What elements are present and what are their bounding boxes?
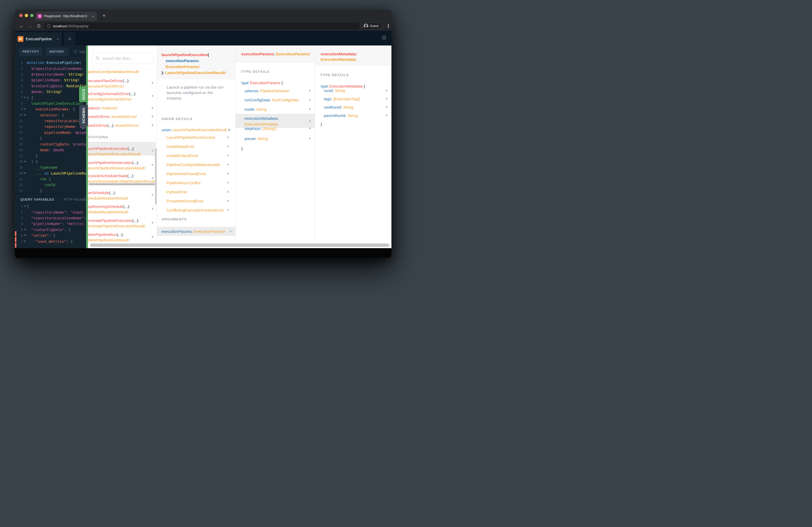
- docs-item-result-type[interactable]: ScheduleMutationResult!: [88, 209, 129, 215]
- expand-arrow-icon[interactable]: [386, 89, 388, 92]
- expand-arrow-icon[interactable]: [309, 137, 311, 140]
- expand-arrow-icon[interactable]: [152, 164, 154, 166]
- docs-item[interactable]: assetOrError(...): AssetOrError!: [88, 123, 139, 128]
- expand-arrow-icon[interactable]: [227, 154, 229, 157]
- docs-item[interactable]: reconcileSchedulerState(...):: [88, 173, 134, 179]
- type-field[interactable]: runConfigData: RunConfigData: [245, 97, 299, 103]
- fold-arrow-icon[interactable]: [24, 241, 26, 242]
- profile-button[interactable]: Guest: [362, 22, 381, 29]
- expand-arrow-icon[interactable]: [152, 81, 154, 84]
- browser-tab[interactable]: Playground - http://localhost:3 ×: [35, 12, 97, 21]
- union-member[interactable]: ConflictingExecutionParamsError: [166, 208, 224, 213]
- schema-tab[interactable]: SCHEMA: [79, 105, 88, 126]
- docs-item-result-type[interactable]: ExecutionPlanOrError!: [88, 84, 124, 89]
- playground-tab-close-icon[interactable]: ×: [57, 37, 59, 41]
- expand-arrow-icon[interactable]: [386, 97, 388, 100]
- type-field[interactable]: mode: String: [245, 107, 266, 112]
- docs-item-result-type[interactable]: LaunchPipelineExecutionResult!: [88, 151, 141, 157]
- expand-arrow-icon[interactable]: [227, 136, 229, 138]
- address-bar[interactable]: i localhost:3333/graphql: [44, 22, 360, 29]
- type-field[interactable]: parentRunId: String: [324, 113, 358, 118]
- minimize-window-icon[interactable]: [25, 14, 28, 17]
- expand-arrow-icon[interactable]: [309, 89, 311, 92]
- browser-tab-close-icon[interactable]: ×: [91, 14, 95, 18]
- fold-arrow-icon[interactable]: [24, 235, 26, 236]
- expand-arrow-icon[interactable]: [152, 222, 154, 224]
- playground-new-tab-button[interactable]: +: [64, 32, 75, 45]
- col1-horizontal-scrollbar[interactable]: [88, 183, 155, 185]
- endpoint-input[interactable]: http://loc: [71, 48, 86, 56]
- docs-item[interactable]: runConfigSchemaOrError(...):: [88, 91, 136, 96]
- expand-arrow-icon[interactable]: [227, 145, 229, 148]
- forward-icon[interactable]: →: [27, 23, 33, 29]
- browser-menu-icon[interactable]: [386, 23, 390, 29]
- union-member[interactable]: PresetNotFoundError: [166, 198, 204, 204]
- docs-item[interactable]: executionPlanOrError(...):: [88, 78, 130, 84]
- expand-arrow-icon[interactable]: [230, 230, 232, 232]
- expand-arrow-icon[interactable]: [309, 99, 311, 101]
- type-field[interactable]: executionMetadata:: [245, 116, 278, 121]
- docs-item-result-type[interactable]: ScheduleMutationResult!: [88, 196, 129, 201]
- fold-arrow-icon[interactable]: [24, 97, 26, 99]
- union-member[interactable]: PipelineNotFoundError: [166, 171, 206, 177]
- expand-arrow-icon[interactable]: [152, 177, 154, 179]
- docs-item[interactable]: deletePipelineRun(...):: [88, 232, 124, 237]
- history-button[interactable]: HISTORY: [45, 48, 68, 56]
- variables-editor[interactable]: 1{2 "repositoryName": "exper3 "repositor…: [15, 204, 86, 244]
- expand-arrow-icon[interactable]: [309, 127, 311, 130]
- argument-row[interactable]: executionParams: ExecutionParams!: [161, 229, 226, 234]
- expand-arrow-icon[interactable]: [227, 181, 229, 184]
- back-icon[interactable]: ←: [18, 23, 25, 29]
- expand-arrow-icon[interactable]: [227, 199, 229, 202]
- union-member[interactable]: InvalidOutputError: [166, 153, 198, 158]
- expand-arrow-icon[interactable]: [152, 107, 154, 109]
- docs-item[interactable]: PipelineConfigValidationResult!: [88, 69, 139, 74]
- union-member[interactable]: PythonError: [166, 190, 187, 195]
- docs-item[interactable]: launchPipelineReexecution(...):: [88, 160, 139, 165]
- docs-tab[interactable]: DOCS: [79, 86, 88, 102]
- docs-panel-edge[interactable]: [86, 45, 88, 248]
- expand-arrow-icon[interactable]: [152, 115, 154, 118]
- expand-arrow-icon[interactable]: [227, 191, 229, 193]
- reload-icon[interactable]: [35, 23, 42, 29]
- fold-arrow-icon[interactable]: [24, 114, 26, 116]
- site-info-icon[interactable]: i: [47, 24, 51, 28]
- docs-item[interactable]: stopRunningSchedule(...):: [88, 204, 130, 209]
- playground-tab-executepipeline[interactable]: M ExecutePipeline ×: [15, 32, 62, 45]
- type-field[interactable]: runId: String: [324, 88, 345, 93]
- docs-item[interactable]: assetsOrError: AssetsOrError!: [88, 114, 137, 119]
- docs-item-result-type[interactable]: LaunchPipelineReexecutionResult!: [88, 166, 146, 171]
- tab-http-headers[interactable]: HTTP HEADERS: [64, 198, 86, 201]
- type-field[interactable]: stepKeys: [String!]: [245, 126, 276, 131]
- expand-arrow-icon[interactable]: [152, 124, 154, 126]
- fold-arrow-icon[interactable]: [24, 206, 26, 207]
- expand-arrow-icon[interactable]: [386, 114, 388, 117]
- maximize-window-icon[interactable]: [30, 14, 33, 17]
- close-window-icon[interactable]: [19, 14, 23, 17]
- type-field[interactable]: tags: [ExecutionTag!]: [324, 96, 360, 102]
- expand-arrow-icon[interactable]: [227, 172, 229, 175]
- type-field[interactable]: rootRunId: String: [324, 105, 353, 110]
- type-field[interactable]: selector: PipelineSelector!: [245, 88, 289, 93]
- docs-item[interactable]: terminatePipelineExecution(...):: [88, 218, 139, 223]
- prettify-button[interactable]: PRETTIFY: [19, 48, 43, 56]
- union-member[interactable]: PipelineConfigValidationInvalid: [166, 162, 220, 167]
- fold-arrow-icon[interactable]: [24, 108, 26, 110]
- query-editor[interactable]: 1mutation ExecutePipeline(2 $repositoryL…: [15, 60, 86, 194]
- expand-arrow-icon[interactable]: [309, 120, 311, 122]
- browser-new-tab-button[interactable]: +: [101, 13, 107, 19]
- col1-vertical-scrollbar[interactable]: [155, 148, 157, 205]
- tab-query-variables[interactable]: QUERY VARIABLES: [20, 198, 54, 201]
- docs-item-result-type[interactable]: DeletePipelineRunResult!: [88, 238, 130, 242]
- expand-arrow-icon[interactable]: [309, 108, 311, 110]
- expand-arrow-icon[interactable]: [152, 236, 154, 238]
- expand-arrow-icon[interactable]: [386, 106, 388, 108]
- docs-search-input[interactable]: Search the docs ...: [92, 52, 154, 64]
- expand-arrow-icon[interactable]: [152, 194, 154, 196]
- expand-arrow-icon[interactable]: [152, 207, 154, 210]
- expand-arrow-icon[interactable]: [227, 163, 229, 166]
- docs-horizontal-scrollbar[interactable]: [90, 243, 389, 247]
- expand-arrow-icon[interactable]: [152, 149, 154, 152]
- docs-item[interactable]: launchPipelineExecution(...):: [88, 146, 134, 151]
- expand-arrow-icon[interactable]: [152, 94, 154, 97]
